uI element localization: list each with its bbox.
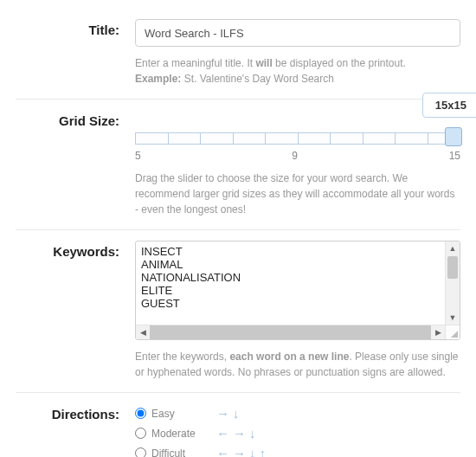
scroll-left-icon[interactable]: ◀: [136, 325, 150, 339]
arrow-right-icon: →: [216, 407, 229, 420]
arrow-right-icon: →: [233, 447, 246, 457]
arrow-down-icon: ↓: [249, 447, 256, 457]
grid-size-hint: Drag the slider to choose the size for y…: [135, 171, 460, 217]
title-row: Title: Enter a meaningful title. It will…: [16, 9, 460, 100]
title-label: Title:: [88, 23, 119, 37]
keywords-label: Keywords:: [53, 244, 119, 259]
direction-label-difficult: Difficult: [151, 447, 216, 458]
keywords-text-content[interactable]: INSECT ANIMAL NATIONALISATION ELITE GUES…: [136, 241, 445, 325]
scroll-thumb[interactable]: [447, 256, 458, 279]
grid-size-slider[interactable]: 15x15 5 9 15: [135, 110, 460, 162]
keywords-row: Keywords: INSECT ANIMAL NATIONALISATION …: [16, 230, 460, 393]
keywords-hint: Enter the keywords, each word on a new l…: [135, 349, 460, 380]
directions-label: Directions:: [52, 407, 119, 422]
arrow-down-icon: ↓: [233, 407, 240, 420]
horizontal-scrollbar[interactable]: ◀ ▶: [136, 325, 460, 339]
slider-tooltip: 15x15: [422, 93, 476, 118]
keywords-textarea[interactable]: INSECT ANIMAL NATIONALISATION ELITE GUES…: [135, 241, 460, 340]
resize-grip-icon[interactable]: [445, 325, 460, 339]
slider-handle[interactable]: [445, 127, 462, 146]
hscroll-track[interactable]: [150, 325, 431, 339]
direction-option-moderate[interactable]: Moderate ← → ↓: [135, 423, 460, 443]
slider-tick-max: 15: [449, 150, 460, 162]
grid-size-label: Grid Size:: [59, 113, 119, 128]
arrow-left-icon: ←: [216, 447, 229, 457]
grid-size-row: Grid Size: 15x15 5 9 15 Drag the slider …: [16, 100, 460, 230]
direction-radio-moderate[interactable]: [135, 428, 146, 439]
scroll-down-icon[interactable]: ▼: [446, 311, 460, 325]
scroll-up-icon[interactable]: ▲: [446, 241, 460, 255]
directions-row: Directions: Easy → ↓ Moderate ← → ↓: [16, 393, 460, 457]
direction-option-easy[interactable]: Easy → ↓: [135, 403, 460, 423]
slider-track[interactable]: [135, 132, 460, 145]
slider-tick-min: 5: [135, 150, 141, 162]
arrow-up-icon: ↑: [260, 447, 267, 457]
scroll-right-icon[interactable]: ▶: [431, 325, 445, 339]
arrow-down-icon: ↓: [249, 427, 256, 440]
slider-tick-mid: 9: [292, 150, 298, 162]
arrow-left-icon: ←: [216, 427, 229, 440]
vertical-scrollbar[interactable]: ▲ ▼: [445, 241, 460, 325]
direction-option-difficult[interactable]: Difficult ← → ↓ ↑: [135, 443, 460, 457]
arrow-right-icon: →: [233, 427, 246, 440]
direction-label-moderate: Moderate: [151, 428, 216, 440]
title-hint: Enter a meaningful title. It will be dis…: [135, 55, 460, 87]
direction-radio-difficult[interactable]: [135, 447, 146, 457]
direction-radio-easy[interactable]: [135, 408, 146, 419]
direction-label-easy: Easy: [151, 408, 216, 420]
word-search-form: Title: Enter a meaningful title. It will…: [0, 0, 476, 457]
title-input[interactable]: [135, 19, 460, 47]
